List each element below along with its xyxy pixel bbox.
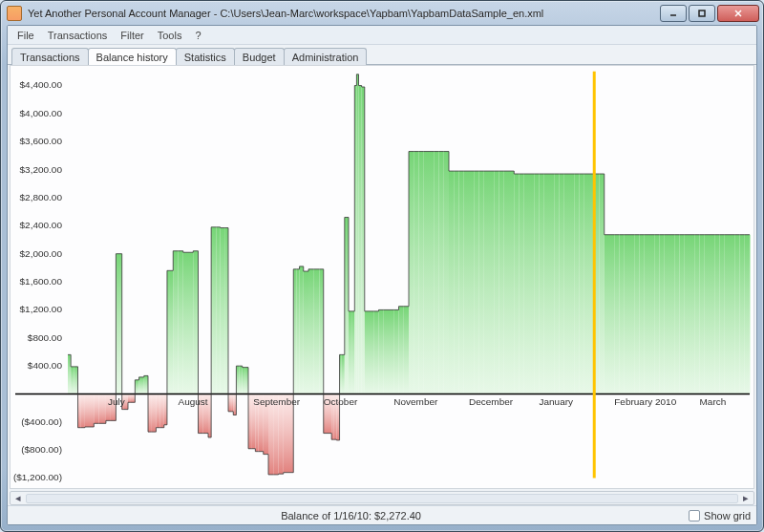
svg-text:March: March: [700, 397, 727, 408]
svg-rect-30: [169, 271, 173, 394]
svg-rect-104: [479, 172, 484, 394]
svg-rect-154: [730, 235, 734, 394]
svg-rect-84: [379, 310, 384, 394]
svg-rect-145: [685, 235, 690, 394]
svg-text:$2,000.00: $2,000.00: [20, 248, 63, 259]
svg-rect-86: [389, 310, 393, 394]
svg-rect-100: [459, 172, 464, 394]
window-title: Yet Another Personal Account Manager - C…: [28, 8, 660, 19]
svg-rect-75: [349, 311, 351, 394]
svg-rect-9: [81, 394, 85, 428]
svg-rect-144: [680, 235, 685, 394]
svg-rect-135: [634, 235, 639, 394]
svg-rect-97: [444, 152, 449, 394]
svg-rect-20: [130, 394, 135, 403]
scroll-right-icon[interactable]: ▸: [740, 493, 752, 504]
close-button[interactable]: [717, 5, 759, 22]
svg-rect-157: [745, 235, 750, 394]
show-grid-label: Show grid: [704, 510, 751, 521]
menu-transactions[interactable]: Transactions: [42, 28, 114, 43]
svg-rect-31: [173, 251, 178, 394]
svg-rect-115: [534, 174, 539, 394]
minimize-button[interactable]: [660, 5, 687, 22]
show-grid-checkbox[interactable]: Show grid: [689, 510, 751, 521]
svg-rect-23: [144, 376, 148, 394]
svg-rect-136: [640, 235, 645, 394]
svg-text:December: December: [469, 397, 514, 408]
svg-rect-40: [216, 227, 220, 394]
tab-administration[interactable]: Administration: [284, 48, 368, 65]
svg-rect-78: [356, 74, 358, 394]
svg-rect-76: [351, 311, 354, 394]
svg-rect-47: [240, 367, 243, 394]
menu-bar: File Transactions Filter Tools ?: [8, 26, 756, 45]
svg-rect-32: [179, 251, 183, 394]
svg-rect-16: [116, 254, 121, 394]
svg-rect-93: [424, 152, 429, 394]
svg-rect-22: [139, 377, 144, 394]
svg-rect-8: [78, 394, 81, 428]
menu-tools[interactable]: Tools: [152, 28, 188, 43]
svg-rect-74: [345, 218, 349, 394]
svg-rect-73: [342, 355, 345, 394]
svg-rect-28: [164, 394, 167, 425]
svg-rect-10: [85, 394, 88, 427]
svg-rect-96: [439, 152, 444, 394]
svg-text:$400.00: $400.00: [28, 361, 63, 372]
svg-rect-123: [574, 174, 579, 394]
svg-rect-117: [544, 174, 549, 394]
svg-rect-13: [99, 394, 106, 424]
svg-rect-102: [469, 172, 474, 394]
svg-rect-139: [654, 235, 659, 394]
svg-rect-1: [699, 11, 705, 16]
svg-rect-80: [362, 87, 365, 394]
svg-rect-46: [236, 367, 239, 394]
svg-rect-108: [499, 172, 504, 394]
svg-rect-125: [584, 174, 589, 394]
svg-text:($1,200.00): ($1,200.00): [13, 473, 62, 483]
svg-text:October: October: [324, 397, 358, 408]
svg-rect-99: [454, 172, 458, 394]
svg-rect-101: [464, 172, 469, 394]
svg-rect-147: [694, 235, 699, 394]
svg-rect-113: [524, 174, 529, 394]
svg-rect-83: [373, 311, 378, 394]
menu-help[interactable]: ?: [189, 28, 206, 43]
svg-rect-112: [520, 174, 524, 394]
svg-rect-142: [669, 235, 674, 394]
svg-rect-6: [71, 367, 74, 394]
horizontal-scrollbar[interactable]: ◂ ▸: [10, 491, 754, 506]
scroll-track[interactable]: [26, 494, 738, 503]
svg-text:($800.00): ($800.00): [21, 445, 62, 456]
svg-rect-12: [94, 394, 98, 424]
scroll-left-icon[interactable]: ◂: [12, 493, 24, 504]
svg-rect-11: [88, 394, 94, 427]
maximize-button[interactable]: [689, 5, 715, 22]
tab-statistics[interactable]: Statistics: [176, 48, 235, 65]
svg-rect-134: [629, 235, 634, 394]
svg-text:$3,200.00: $3,200.00: [20, 164, 63, 175]
menu-file[interactable]: File: [11, 28, 40, 43]
svg-rect-130: [609, 235, 614, 394]
svg-rect-128: [600, 174, 605, 394]
tab-balance-history[interactable]: Balance history: [88, 48, 177, 65]
svg-rect-65: [313, 269, 319, 394]
show-grid-checkbox-box[interactable]: [689, 510, 700, 521]
svg-rect-124: [580, 174, 584, 394]
balance-chart[interactable]: $4,400.00$4,000.00$3,600.00$3,200.00$2,8…: [10, 65, 754, 488]
svg-rect-107: [494, 172, 499, 394]
svg-rect-34: [188, 253, 193, 394]
svg-rect-137: [645, 235, 649, 394]
menu-filter[interactable]: Filter: [115, 28, 149, 43]
svg-text:July: July: [108, 397, 125, 408]
svg-rect-81: [365, 311, 369, 394]
svg-rect-91: [414, 152, 418, 394]
svg-rect-50: [248, 394, 251, 449]
tab-budget[interactable]: Budget: [234, 48, 285, 65]
svg-rect-109: [504, 172, 509, 394]
svg-rect-149: [705, 235, 710, 394]
svg-rect-152: [720, 235, 725, 394]
svg-rect-25: [151, 394, 156, 433]
tab-transactions[interactable]: Transactions: [11, 48, 89, 65]
svg-rect-60: [293, 269, 296, 394]
